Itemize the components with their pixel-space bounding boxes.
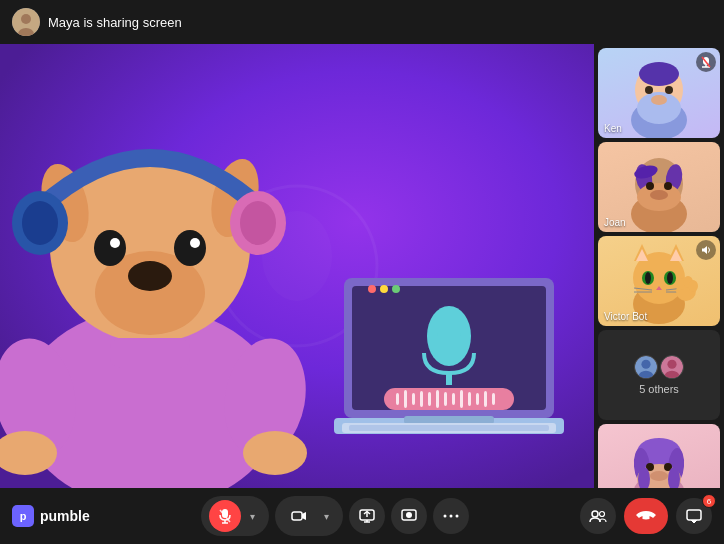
record-button[interactable] bbox=[391, 498, 427, 534]
svg-point-67 bbox=[650, 190, 668, 200]
svg-point-87 bbox=[688, 280, 698, 292]
ken-avatar bbox=[614, 48, 704, 138]
brand-icon: p bbox=[12, 505, 34, 527]
participant-tile-ken[interactable]: Ken bbox=[598, 48, 720, 138]
svg-rect-36 bbox=[444, 392, 447, 406]
chat-notification-badge: 6 bbox=[702, 494, 716, 508]
svg-rect-19 bbox=[110, 338, 190, 368]
brand-name: pumble bbox=[40, 508, 90, 524]
other-avatar-2 bbox=[660, 355, 684, 379]
svg-rect-47 bbox=[404, 416, 494, 424]
svg-point-43 bbox=[368, 285, 376, 293]
svg-point-44 bbox=[380, 285, 388, 293]
svg-rect-28 bbox=[446, 373, 452, 385]
participant-tile-joan[interactable]: Joan bbox=[598, 142, 720, 232]
svg-rect-42 bbox=[492, 393, 495, 405]
main-video bbox=[0, 44, 594, 488]
svg-point-15 bbox=[94, 230, 126, 266]
svg-rect-27 bbox=[437, 332, 461, 360]
svg-rect-37 bbox=[452, 393, 455, 405]
svg-point-1 bbox=[21, 14, 31, 24]
svg-point-52 bbox=[639, 62, 679, 86]
sharing-status: Maya is sharing screen bbox=[48, 15, 182, 30]
svg-point-121 bbox=[600, 512, 605, 517]
mic-group: ▾ bbox=[201, 496, 269, 536]
chat-button[interactable]: 6 bbox=[676, 498, 712, 534]
svg-point-77 bbox=[645, 272, 651, 284]
ken-name: Ken bbox=[604, 123, 622, 134]
participants-button[interactable] bbox=[580, 498, 616, 534]
svg-rect-39 bbox=[468, 392, 471, 406]
laptop-visual bbox=[324, 268, 574, 468]
svg-point-66 bbox=[664, 182, 672, 190]
svg-point-118 bbox=[449, 515, 452, 518]
svg-rect-35 bbox=[436, 390, 439, 408]
svg-point-120 bbox=[592, 511, 598, 517]
mic-chevron[interactable]: ▾ bbox=[245, 500, 261, 532]
participant-tile-others[interactable]: 5 others bbox=[598, 330, 720, 420]
svg-point-54 bbox=[645, 86, 653, 94]
svg-rect-122 bbox=[687, 510, 701, 520]
svg-point-102 bbox=[650, 471, 668, 481]
svg-point-18 bbox=[190, 238, 200, 248]
ken-mute-icon bbox=[696, 52, 716, 72]
svg-rect-40 bbox=[476, 393, 479, 405]
brand-logo: p pumble bbox=[12, 505, 90, 527]
svg-point-14 bbox=[128, 261, 172, 291]
svg-point-16 bbox=[174, 230, 206, 266]
svg-rect-41 bbox=[484, 391, 487, 407]
others-count: 5 others bbox=[639, 383, 679, 395]
you-avatar bbox=[614, 424, 704, 488]
svg-rect-30 bbox=[396, 393, 399, 405]
svg-point-45 bbox=[392, 285, 400, 293]
svg-point-23 bbox=[243, 431, 307, 475]
participant-tile-you[interactable]: You bbox=[598, 424, 720, 488]
mic-button[interactable] bbox=[209, 500, 241, 532]
svg-point-89 bbox=[641, 360, 650, 369]
top-bar: Maya is sharing screen bbox=[0, 0, 724, 44]
participants-sidebar: Ken Joan bbox=[594, 44, 724, 488]
svg-rect-32 bbox=[412, 393, 415, 405]
maya-avatar bbox=[12, 8, 40, 36]
camera-group: ▾ bbox=[275, 496, 343, 536]
toolbar-right: 6 bbox=[580, 498, 712, 534]
svg-point-92 bbox=[667, 360, 676, 369]
svg-rect-33 bbox=[420, 391, 423, 407]
participant-tile-victor[interactable]: Victor Bot bbox=[598, 236, 720, 326]
end-call-button[interactable] bbox=[624, 498, 668, 534]
share-screen-button[interactable] bbox=[349, 498, 385, 534]
svg-point-56 bbox=[651, 95, 667, 105]
victor-name: Victor Bot bbox=[604, 311, 647, 322]
svg-rect-34 bbox=[428, 392, 431, 406]
svg-point-65 bbox=[646, 182, 654, 190]
dog-character bbox=[0, 44, 320, 488]
others-content: 5 others bbox=[634, 355, 684, 395]
toolbar-left: p pumble bbox=[12, 505, 90, 527]
svg-rect-109 bbox=[292, 512, 302, 520]
svg-rect-31 bbox=[404, 390, 407, 408]
svg-point-116 bbox=[406, 512, 412, 518]
toolbar-center: ▾ ▾ bbox=[201, 496, 469, 536]
svg-point-119 bbox=[455, 515, 458, 518]
other-avatar-1 bbox=[634, 355, 658, 379]
camera-chevron[interactable]: ▾ bbox=[319, 500, 335, 532]
joan-name: Joan bbox=[604, 217, 626, 228]
svg-point-117 bbox=[443, 515, 446, 518]
svg-point-12 bbox=[240, 201, 276, 245]
main-content: Ken Joan bbox=[0, 44, 724, 488]
svg-point-55 bbox=[665, 86, 673, 94]
others-avatars bbox=[634, 355, 684, 379]
svg-point-17 bbox=[110, 238, 120, 248]
joan-avatar bbox=[614, 142, 704, 232]
camera-button[interactable] bbox=[283, 500, 315, 532]
svg-rect-49 bbox=[349, 425, 549, 431]
more-button[interactable] bbox=[433, 498, 469, 534]
svg-point-78 bbox=[667, 272, 673, 284]
svg-rect-38 bbox=[460, 390, 463, 408]
toolbar: p pumble ▾ ▾ bbox=[0, 488, 724, 544]
svg-point-10 bbox=[22, 201, 58, 245]
victor-volume-icon bbox=[696, 240, 716, 260]
